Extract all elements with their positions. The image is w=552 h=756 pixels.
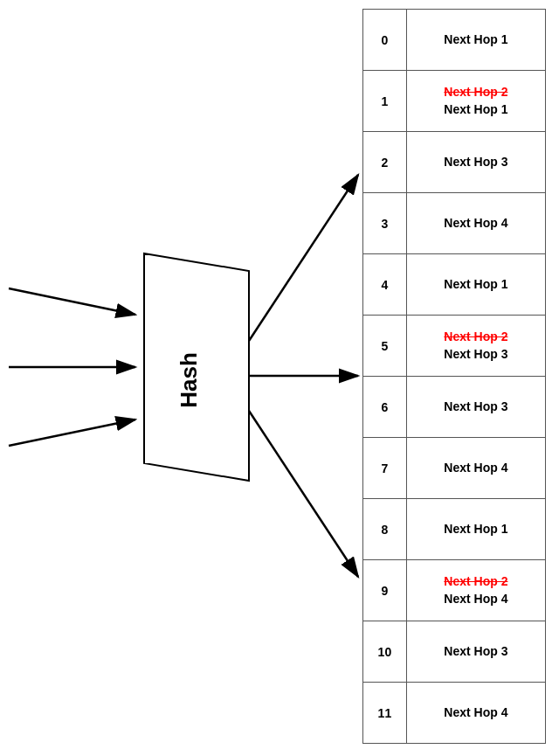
row-index: 5 <box>363 316 407 377</box>
row-index: 2 <box>363 132 407 193</box>
table-row: 3Next Hop 4 <box>363 193 546 254</box>
next-hop-label: Next Hop 4 <box>444 704 507 722</box>
row-index: 3 <box>363 193 407 254</box>
row-value: Next Hop 2Next Hop 1 <box>406 71 545 132</box>
row-value: Next Hop 3 <box>406 621 545 683</box>
table-row: 5Next Hop 2Next Hop 3 <box>363 316 546 377</box>
table-row: 9Next Hop 2Next Hop 4 <box>363 560 546 621</box>
row-value: Next Hop 4 <box>406 683 545 744</box>
next-hop-strikethrough: Next Hop 2 <box>444 84 507 101</box>
row-index: 8 <box>363 499 407 560</box>
row-index: 10 <box>363 621 407 683</box>
table-row: 7Next Hop 4 <box>363 438 546 499</box>
next-hop-label: Next Hop 1 <box>444 521 507 538</box>
row-value: Next Hop 4 <box>406 193 545 254</box>
row-value: Next Hop 1 <box>406 254 545 316</box>
next-hop-label: Next Hop 3 <box>444 399 507 416</box>
svg-line-0 <box>9 288 135 315</box>
table-row: 2Next Hop 3 <box>363 132 546 193</box>
row-value: Next Hop 2Next Hop 3 <box>406 316 545 377</box>
next-hop-strikethrough: Next Hop 2 <box>444 573 507 591</box>
svg-line-6 <box>249 175 358 341</box>
row-index: 1 <box>363 71 407 132</box>
table-row: 10Next Hop 3 <box>363 621 546 683</box>
table-row: 6Next Hop 3 <box>363 377 546 438</box>
table-row: 0Next Hop 1 <box>363 10 546 71</box>
row-index: 7 <box>363 438 407 499</box>
row-value: Next Hop 3 <box>406 132 545 193</box>
next-hop-label: Next Hop 4 <box>444 591 507 608</box>
next-hop-label: Next Hop 4 <box>444 215 507 232</box>
table-row: 4Next Hop 1 <box>363 254 546 316</box>
row-value: Next Hop 4 <box>406 438 545 499</box>
row-value: Next Hop 1 <box>406 10 545 71</box>
next-hop-label: Next Hop 3 <box>444 154 507 171</box>
next-hop-label: Next Hop 3 <box>444 643 507 661</box>
next-hop-label: Next Hop 1 <box>444 31 507 49</box>
row-value: Next Hop 2Next Hop 4 <box>406 560 545 621</box>
svg-line-2 <box>9 420 135 446</box>
row-index: 6 <box>363 377 407 438</box>
row-value: Next Hop 3 <box>406 377 545 438</box>
table-row: 11Next Hop 4 <box>363 683 546 744</box>
row-index: 11 <box>363 683 407 744</box>
routing-table: 0Next Hop 11Next Hop 2Next Hop 12Next Ho… <box>362 9 546 744</box>
next-hop-label: Next Hop 1 <box>444 276 507 294</box>
row-value: Next Hop 1 <box>406 499 545 560</box>
diagram-svg: Hash <box>0 0 362 756</box>
table-row: 8Next Hop 1 <box>363 499 546 560</box>
svg-text:Hash: Hash <box>176 352 202 408</box>
row-index: 0 <box>363 10 407 71</box>
row-index: 4 <box>363 254 407 316</box>
next-hop-strikethrough: Next Hop 2 <box>444 329 507 346</box>
row-index: 9 <box>363 560 407 621</box>
main-container: Hash 0Next Hop 11Next Hop 2Next Hop 12Ne… <box>0 0 552 756</box>
table-row: 1Next Hop 2Next Hop 1 <box>363 71 546 132</box>
next-hop-label: Next Hop 3 <box>444 346 507 364</box>
next-hop-label: Next Hop 1 <box>444 101 507 119</box>
svg-line-7 <box>249 411 358 577</box>
next-hop-label: Next Hop 4 <box>444 460 507 477</box>
